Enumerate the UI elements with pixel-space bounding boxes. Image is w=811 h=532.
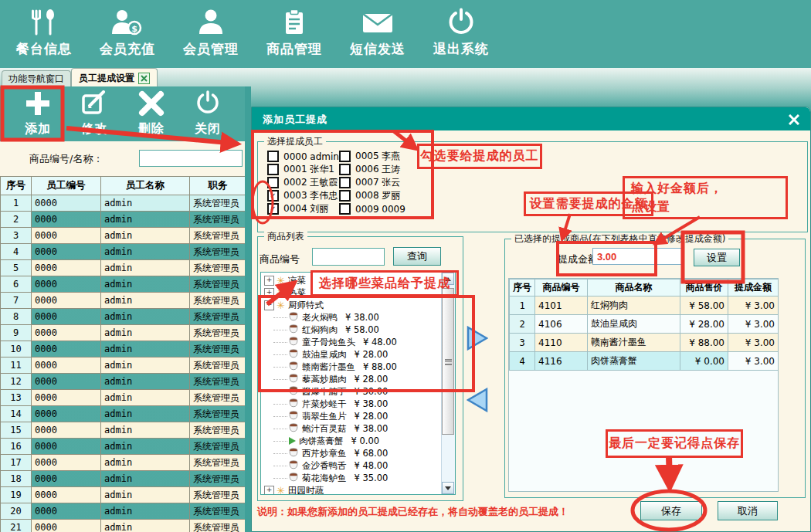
- tree-toggle-icon[interactable]: +: [264, 288, 274, 298]
- table-row[interactable]: 170000admin系统管理员: [1, 455, 246, 471]
- tab-commission-settings[interactable]: 员工提成设置: [71, 68, 158, 87]
- checkbox[interactable]: ✓: [267, 190, 279, 202]
- toolbar-item-sms-send[interactable]: 短信发送: [346, 7, 409, 58]
- move-left-icon[interactable]: [467, 388, 488, 415]
- scroll-up-icon[interactable]: [442, 273, 454, 285]
- employee-checkbox-row[interactable]: ✓ 0003 李伟忠: [267, 191, 339, 201]
- toolbar-item-member-recharge[interactable]: $ 会员充值: [96, 7, 159, 58]
- checkbox[interactable]: [339, 164, 351, 175]
- tree-dish-row[interactable]: 老火焖鸭 ¥ 38.00: [263, 311, 440, 324]
- column-header[interactable]: 商品售价: [680, 280, 728, 296]
- employee-checkbox-row[interactable]: 0001 张华1: [267, 164, 339, 175]
- panel-button-edit[interactable]: 修改: [69, 90, 120, 137]
- column-header[interactable]: 序号: [510, 280, 535, 296]
- query-button[interactable]: 查询: [393, 247, 441, 266]
- column-header[interactable]: 员工编号: [32, 177, 101, 195]
- table-row[interactable]: 60000admin系统管理员: [1, 276, 246, 293]
- employee-checkbox-row[interactable]: 0009 0009: [339, 204, 406, 214]
- tree-category-row[interactable]: + ✳ 热菜: [263, 286, 440, 299]
- tree-dish-row[interactable]: 菊花海鲈鱼 ¥ 35.00: [263, 472, 440, 484]
- panel-button-add[interactable]: 添加: [12, 90, 63, 137]
- table-row[interactable]: 140000admin系统管理员: [1, 406, 246, 422]
- employee-checkbox-row[interactable]: 0002 王敏霞: [267, 178, 339, 188]
- tree-dish-row[interactable]: 鲍汁百灵菇 ¥ 38.00: [263, 422, 440, 435]
- table-row[interactable]: 80000admin系统管理员: [1, 309, 246, 325]
- tree-dish-row[interactable]: 赣南酱汁墨鱼 ¥ 88.00: [263, 361, 440, 373]
- tree-dish-row[interactable]: 酱爆牛腩丁 ¥ 30.00: [263, 385, 440, 398]
- table-row[interactable]: 40000admin系统管理员: [1, 244, 246, 260]
- tree-scrollbar[interactable]: [441, 273, 455, 494]
- grid-row[interactable]: 34110赣南酱汁墨鱼¥ 88.00¥ 3.00: [510, 334, 779, 352]
- column-header[interactable]: 序号: [1, 177, 32, 195]
- checkbox[interactable]: [339, 203, 351, 215]
- tree-dish-row[interactable]: 藜蒿炒腊肉 ¥ 28.00: [263, 373, 440, 385]
- employee-checkbox-row[interactable]: 0007 张云: [339, 178, 406, 188]
- checkbox[interactable]: [339, 151, 351, 162]
- table-row[interactable]: 50000admin系统管理员: [1, 260, 246, 276]
- table-row[interactable]: 160000admin系统管理员: [1, 439, 246, 455]
- panel-button-power[interactable]: 关闭: [182, 90, 233, 137]
- table-row[interactable]: 10000admin系统管理员: [1, 195, 246, 212]
- grid-row[interactable]: 44116肉饼蒸膏蟹¥ 0.00¥ 3.00: [510, 352, 779, 371]
- commission-amount-input[interactable]: [592, 248, 684, 265]
- employee-checkbox-row[interactable]: 0008 罗丽: [339, 191, 406, 201]
- tree-dish-row[interactable]: 肉饼蒸膏蟹 ¥ 0.00: [263, 435, 440, 447]
- table-row[interactable]: 190000admin系统管理员: [1, 487, 246, 503]
- column-header[interactable]: 提成金额: [728, 280, 779, 296]
- table-row[interactable]: 70000admin系统管理员: [1, 293, 246, 309]
- tab-function-nav[interactable]: 功能导航窗口: [2, 70, 71, 87]
- toolbar-item-exit[interactable]: 退出系统: [429, 7, 493, 58]
- scroll-down-icon[interactable]: [442, 482, 454, 494]
- toolbar-item-dining[interactable]: 餐台信息: [12, 7, 76, 58]
- dialog-close-icon[interactable]: [789, 114, 799, 124]
- tree-toggle-icon[interactable]: +: [264, 486, 274, 496]
- checkbox[interactable]: ✓: [267, 203, 279, 215]
- checkbox[interactable]: [339, 190, 351, 202]
- column-header[interactable]: 员工名称: [101, 177, 190, 195]
- toolbar-item-member-manage[interactable]: 会员管理: [179, 7, 243, 58]
- move-right-icon[interactable]: [467, 326, 488, 354]
- table-row[interactable]: 180000admin系统管理员: [1, 471, 246, 487]
- cancel-button[interactable]: 取消: [718, 501, 778, 520]
- save-button[interactable]: 保存: [640, 501, 702, 520]
- table-row[interactable]: 20000admin系统管理员: [1, 212, 246, 228]
- checkbox[interactable]: [339, 177, 351, 188]
- table-row[interactable]: 120000admin系统管理员: [1, 374, 246, 390]
- tab-close-icon[interactable]: [138, 73, 150, 84]
- column-header[interactable]: 商品编号: [535, 280, 588, 296]
- column-header[interactable]: 商品名称: [588, 280, 680, 296]
- grid-row[interactable]: 14101红焖狗肉¥ 58.00¥ 3.00: [510, 296, 779, 315]
- set-button[interactable]: 设置: [694, 249, 740, 266]
- tree-dish-row[interactable]: 西芹炒章鱼 ¥ 68.00: [263, 447, 440, 459]
- table-row[interactable]: 90000admin系统管理员: [1, 325, 246, 341]
- table-row[interactable]: 210000admin系统管理员: [1, 520, 246, 532]
- checkbox[interactable]: [267, 151, 279, 162]
- tree-dish-row[interactable]: 芹菜炒蛏干 ¥ 38.00: [263, 398, 440, 410]
- column-header[interactable]: 职务: [190, 177, 246, 195]
- scrollbar-thumb[interactable]: [442, 288, 454, 435]
- tree-category-row[interactable]: + ✳ 凉菜: [263, 274, 440, 286]
- table-row[interactable]: 110000admin系统管理员: [1, 357, 246, 374]
- toolbar-item-product-manage[interactable]: 商品管理: [263, 7, 326, 58]
- table-row[interactable]: 150000admin系统管理员: [1, 422, 246, 439]
- product-code-name-input[interactable]: [139, 150, 243, 167]
- tree-dish-row[interactable]: 童子骨炖鱼头 ¥ 48.00: [263, 336, 440, 348]
- tree-toggle-icon[interactable]: +: [264, 276, 274, 286]
- tree-dish-row[interactable]: 红焖狗肉 ¥ 58.00: [263, 324, 440, 336]
- tree-dish-row[interactable]: 翡翠生鱼片 ¥ 28.00: [263, 410, 440, 422]
- table-row[interactable]: 100000admin系统管理员: [1, 341, 246, 357]
- employee-checkbox-row[interactable]: 0000 admin: [267, 151, 339, 161]
- employee-checkbox-row[interactable]: 0005 李燕: [339, 151, 406, 161]
- tree-dish-row[interactable]: 鼓油皇咸肉 ¥ 28.00: [263, 348, 440, 361]
- grid-row[interactable]: 24106鼓油皇咸肉¥ 28.00¥ 3.00: [510, 315, 779, 334]
- employee-checkbox-row[interactable]: 0006 王涛: [339, 164, 406, 175]
- table-row[interactable]: 130000admin系统管理员: [1, 390, 246, 406]
- tree-toggle-icon[interactable]: −: [264, 300, 274, 310]
- panel-button-delete[interactable]: 删除: [126, 90, 177, 137]
- table-row[interactable]: 30000admin系统管理员: [1, 228, 246, 244]
- table-row[interactable]: 200000admin系统管理员: [1, 503, 246, 520]
- tree-dish-row[interactable]: 金沙香鸭舌 ¥ 48.00: [263, 459, 440, 472]
- checkbox[interactable]: [267, 164, 279, 175]
- checkbox[interactable]: [267, 177, 279, 188]
- employee-checkbox-row[interactable]: ✓ 0004 刘丽: [267, 204, 339, 214]
